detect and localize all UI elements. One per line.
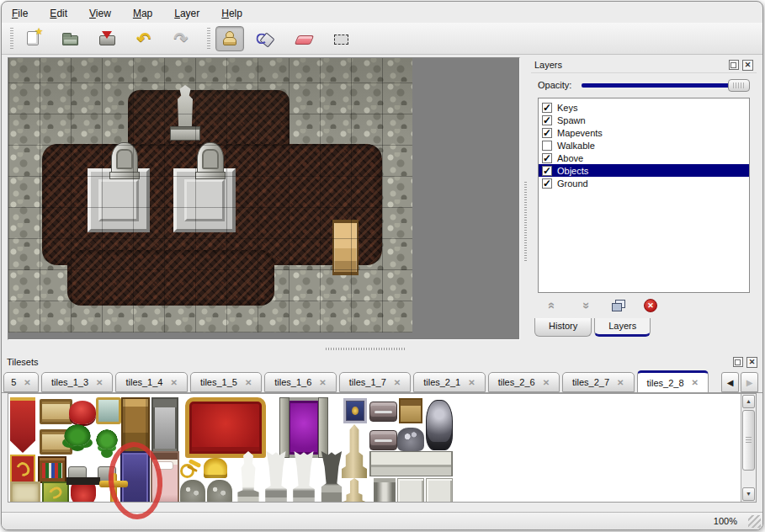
tile-obelisk-tan[interactable]	[342, 424, 367, 478]
tileset-tab-tiles_1_4[interactable]: tiles_1_4✕	[115, 372, 187, 392]
tile-drawer-bottom[interactable]	[369, 430, 397, 450]
tile-crate-wood[interactable]	[399, 398, 422, 423]
stamp-tool-button[interactable]	[215, 26, 244, 51]
duplicate-layer-button[interactable]	[608, 297, 627, 314]
tile-loom-top[interactable]	[40, 399, 72, 424]
close-panel-icon[interactable]: ✕	[742, 60, 753, 71]
tab-history[interactable]: History	[534, 318, 592, 337]
scrollbar-thumb[interactable]	[742, 410, 755, 471]
layer-checkbox[interactable]: ✓	[542, 166, 552, 176]
tile-parchment[interactable]	[10, 481, 40, 503]
statue-cloaked[interactable]	[167, 85, 204, 141]
tile-flag-green[interactable]	[42, 481, 69, 503]
layer-checkbox[interactable]: ✓	[542, 128, 552, 138]
tile-portrait-king[interactable]	[343, 398, 367, 423]
toolbar-grip-1[interactable]	[10, 28, 13, 50]
tileset-scrollbar[interactable]: ▲ ▼	[741, 394, 756, 502]
save-file-button[interactable]	[93, 26, 121, 51]
tile-banner-dragon[interactable]	[10, 455, 35, 483]
close-tilesets-icon[interactable]: ✕	[746, 357, 757, 368]
tile-throne-red[interactable]	[185, 397, 266, 458]
open-file-button[interactable]	[56, 26, 84, 51]
tab-close-icon[interactable]: ✕	[319, 378, 326, 387]
menu-layer[interactable]: Layer	[174, 8, 199, 19]
tileset-tab-tiles_2_7[interactable]: tiles_2_7✕	[562, 372, 634, 392]
tab-close-icon[interactable]: ✕	[245, 378, 252, 387]
fill-tool-button[interactable]	[252, 26, 281, 51]
menu-help[interactable]: Help	[221, 8, 242, 19]
new-file-button[interactable]: ★	[19, 26, 47, 51]
select-tool-button[interactable]	[327, 26, 355, 51]
tileset-tab-tiles_1_3[interactable]: tiles_1_3✕	[41, 372, 113, 392]
menu-file[interactable]: File	[12, 8, 28, 19]
undo-button[interactable]: ↶	[130, 26, 158, 51]
map-canvas[interactable]	[8, 57, 520, 340]
layer-row-mapevents[interactable]: ✓Mapevents	[539, 126, 749, 139]
redo-button[interactable]: ↷	[167, 26, 195, 51]
tileset-tab-tiles_1_6[interactable]: tiles_1_6✕	[264, 372, 336, 392]
tile-ornament-gold[interactable]	[178, 458, 202, 478]
map[interactable]	[8, 58, 412, 332]
tileset-tab-tiles_2_6[interactable]: tiles_2_6✕	[488, 372, 560, 392]
tab-close-icon[interactable]: ✕	[617, 378, 624, 387]
layer-checkbox[interactable]: ✓	[542, 103, 552, 113]
tile-statue-small[interactable]	[236, 451, 261, 503]
tileset-tab-tiles_2_1[interactable]: tiles_2_1✕	[413, 372, 485, 392]
tab-scroll-left-icon[interactable]: ◀	[721, 372, 739, 392]
tab-layers[interactable]: Layers	[594, 318, 651, 337]
tile-gate-gray[interactable]	[151, 397, 178, 456]
opacity-slider[interactable]	[580, 78, 750, 93]
tile-cushion-red[interactable]	[69, 401, 96, 424]
tile-banner-red[interactable]	[10, 397, 35, 453]
lower-layer-button[interactable]: «	[576, 297, 594, 314]
tile-cross-gold[interactable]	[99, 473, 128, 503]
tile-angel-statue-1[interactable]	[263, 451, 290, 503]
tileset-tab-tiles_1_7[interactable]: tiles_1_7✕	[339, 372, 411, 392]
tile-stone-block-1[interactable]	[397, 478, 424, 503]
tile-rocks-2[interactable]	[207, 480, 232, 503]
cabinet-wood[interactable]	[332, 220, 359, 275]
tile-throne-purple[interactable]	[279, 397, 328, 458]
opacity-slider-track[interactable]	[582, 83, 748, 88]
vertical-splitter[interactable]	[520, 56, 531, 345]
tile-drawer-top[interactable]	[369, 402, 397, 422]
layer-row-spawn[interactable]: ✓Spawn	[539, 114, 749, 126]
tile-pillar-column[interactable]	[374, 478, 396, 503]
tile-door-wood[interactable]	[121, 397, 150, 456]
scroll-up-icon[interactable]: ▲	[742, 395, 755, 408]
tile-stone-block-2[interactable]	[426, 478, 453, 503]
menu-view[interactable]: View	[89, 8, 111, 19]
scroll-down-icon[interactable]: ▼	[742, 487, 755, 501]
layer-row-above[interactable]: ✓Above	[539, 152, 749, 164]
tile-bed-pink[interactable]	[151, 451, 179, 503]
tab-close-icon[interactable]: ✕	[394, 378, 401, 387]
menu-edit[interactable]: Edit	[50, 8, 67, 19]
layer-row-objects[interactable]: ✓Objects	[539, 164, 749, 177]
layer-checkbox[interactable]	[542, 141, 552, 151]
layer-row-walkable[interactable]: Walkable	[539, 139, 749, 152]
tile-gold-pile[interactable]	[204, 458, 227, 478]
tab-close-icon[interactable]: ✕	[468, 378, 475, 387]
tileset-tab-5[interactable]: 5✕	[3, 372, 39, 392]
gravestone-right[interactable]	[197, 142, 224, 178]
layer-checkbox[interactable]: ✓	[542, 153, 552, 163]
tab-close-icon[interactable]: ✕	[96, 378, 103, 387]
layer-checkbox[interactable]: ✓	[542, 115, 552, 125]
tile-stool-red[interactable]	[71, 480, 96, 503]
float-tilesets-icon[interactable]	[733, 357, 743, 367]
tile-armor-knight[interactable]	[426, 400, 453, 450]
tile-rocks-1[interactable]	[180, 480, 205, 503]
tileset-tab-tiles_2_8[interactable]: tiles_2_8✕	[637, 370, 709, 393]
menu-map[interactable]: Map	[133, 8, 152, 19]
tileset-content[interactable]: ▲ ▼	[8, 393, 757, 503]
float-panel-icon[interactable]	[729, 60, 739, 70]
tile-gargoyle-planter[interactable]	[318, 451, 345, 503]
tile-armor-pile[interactable]	[397, 428, 424, 451]
raise-layer-button[interactable]: «	[543, 297, 561, 314]
tile-stone-ledge[interactable]	[369, 451, 453, 476]
layer-row-keys[interactable]: ✓Keys	[539, 101, 749, 114]
resize-grip[interactable]	[748, 515, 761, 528]
tile-dresser-mirror[interactable]	[96, 397, 121, 424]
tab-close-icon[interactable]: ✕	[692, 378, 699, 387]
tab-scroll-right-icon[interactable]: ▶	[741, 372, 758, 392]
